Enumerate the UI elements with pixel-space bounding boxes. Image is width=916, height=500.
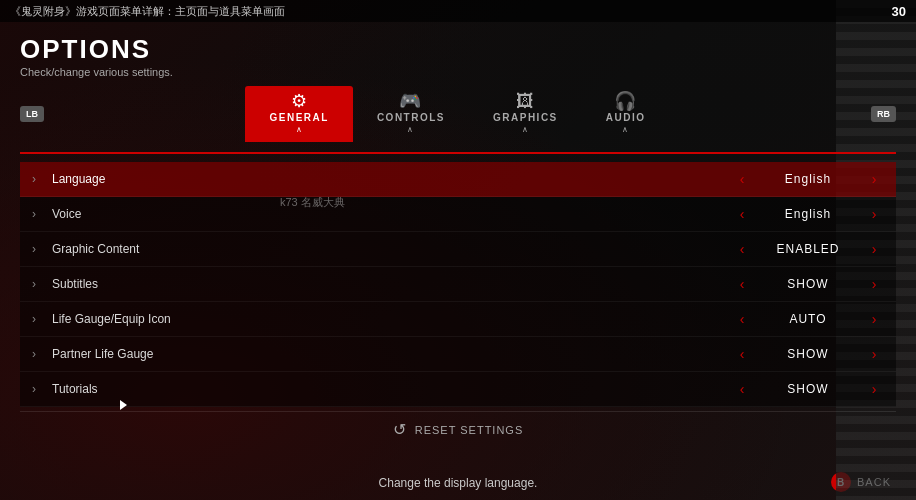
setting-controls-life: ‹ AUTO › xyxy=(732,311,884,327)
tab-divider xyxy=(20,152,896,154)
row-indicator-partner: › xyxy=(32,347,48,361)
frame-badge: 30 xyxy=(892,4,906,19)
setting-value-graphic: ENABLED xyxy=(768,242,848,256)
tab-graphics-label: GRAPHICS xyxy=(493,112,558,123)
rb-button[interactable]: RB xyxy=(871,106,896,122)
audio-icon: 🎧 xyxy=(614,92,637,110)
chevron-right-graphic[interactable]: › xyxy=(864,241,884,257)
setting-row-life-gauge[interactable]: › Life Gauge/Equip Icon ‹ AUTO › xyxy=(20,302,896,337)
tab-controls[interactable]: 🎮 CONTROLS ∧ xyxy=(353,86,469,142)
tab-graphics[interactable]: 🖼 GRAPHICS ∧ xyxy=(469,86,582,142)
header: OPTIONS Check/change various settings. xyxy=(20,34,896,78)
bottom-bar: Change the display language. xyxy=(0,476,916,490)
setting-row-tutorials[interactable]: › Tutorials ‹ SHOW › xyxy=(20,372,896,407)
tab-audio-caret: ∧ xyxy=(622,125,629,134)
page-title: OPTIONS xyxy=(20,34,896,65)
setting-value-tutorials: SHOW xyxy=(768,382,848,396)
chevron-right-tutorials[interactable]: › xyxy=(864,381,884,397)
tab-general-caret: ∧ xyxy=(296,125,303,134)
chevron-right-language[interactable]: › xyxy=(864,171,884,187)
setting-controls-language: ‹ English › xyxy=(732,171,884,187)
setting-name-language: Language xyxy=(48,172,732,186)
chevron-right-voice[interactable]: › xyxy=(864,206,884,222)
page-subtitle: Check/change various settings. xyxy=(20,66,896,78)
chevron-right-subtitles[interactable]: › xyxy=(864,276,884,292)
tab-general[interactable]: ⚙ GENERAL ∧ xyxy=(245,86,352,142)
chevron-right-partner[interactable]: › xyxy=(864,346,884,362)
row-indicator-graphic: › xyxy=(32,242,48,256)
chevron-left-language[interactable]: ‹ xyxy=(732,171,752,187)
row-indicator-language: › xyxy=(32,172,48,186)
setting-value-voice: English xyxy=(768,207,848,221)
lb-button[interactable]: LB xyxy=(20,106,44,122)
row-indicator-subtitles: › xyxy=(32,277,48,291)
row-indicator-voice: › xyxy=(32,207,48,221)
chevron-left-partner[interactable]: ‹ xyxy=(732,346,752,362)
tab-controls-label: CONTROLS xyxy=(377,112,445,123)
main-container: OPTIONS Check/change various settings. L… xyxy=(0,22,916,500)
tab-audio[interactable]: 🎧 AUDIO ∧ xyxy=(582,86,670,142)
row-indicator-life: › xyxy=(32,312,48,326)
general-icon: ⚙ xyxy=(291,92,308,110)
chevron-left-voice[interactable]: ‹ xyxy=(732,206,752,222)
chevron-right-life[interactable]: › xyxy=(864,311,884,327)
setting-controls-tutorials: ‹ SHOW › xyxy=(732,381,884,397)
chevron-left-graphic[interactable]: ‹ xyxy=(732,241,752,257)
tabs: ⚙ GENERAL ∧ 🎮 CONTROLS ∧ 🖼 GRAPHICS ∧ 🎧 … xyxy=(44,86,871,142)
setting-name-subtitles: Subtitles xyxy=(48,277,732,291)
setting-row-language[interactable]: › Language ‹ English › xyxy=(20,162,896,197)
tab-graphics-caret: ∧ xyxy=(522,125,529,134)
row-indicator-tutorials: › xyxy=(32,382,48,396)
setting-name-partner: Partner Life Gauge xyxy=(48,347,732,361)
setting-value-life: AUTO xyxy=(768,312,848,326)
setting-controls-subtitles: ‹ SHOW › xyxy=(732,276,884,292)
setting-row-subtitles[interactable]: › Subtitles ‹ SHOW › xyxy=(20,267,896,302)
graphics-icon: 🖼 xyxy=(516,92,535,110)
reset-icon: ↺ xyxy=(393,420,407,439)
chevron-left-tutorials[interactable]: ‹ xyxy=(732,381,752,397)
chevron-left-life[interactable]: ‹ xyxy=(732,311,752,327)
setting-row-voice[interactable]: › Voice ‹ English › xyxy=(20,197,896,232)
top-banner: 《鬼灵附身》游戏页面菜单详解：主页面与道具菜单画面 30 xyxy=(0,0,916,22)
tab-general-label: GENERAL xyxy=(269,112,328,123)
bottom-hint: Change the display language. xyxy=(379,476,538,490)
setting-controls-voice: ‹ English › xyxy=(732,206,884,222)
setting-row-graphic-content[interactable]: › Graphic Content ‹ ENABLED › xyxy=(20,232,896,267)
setting-value-language: English xyxy=(768,172,848,186)
setting-name-life: Life Gauge/Equip Icon xyxy=(48,312,732,326)
tabs-container: LB ⚙ GENERAL ∧ 🎮 CONTROLS ∧ 🖼 GRAPHICS ∧… xyxy=(20,86,896,142)
banner-text: 《鬼灵附身》游戏页面菜单详解：主页面与道具菜单画面 xyxy=(10,4,892,19)
setting-row-partner-life[interactable]: › Partner Life Gauge ‹ SHOW › xyxy=(20,337,896,372)
reset-settings-button[interactable]: ↺ RESET SETTINGS xyxy=(20,411,896,447)
setting-name-tutorials: Tutorials xyxy=(48,382,732,396)
controls-icon: 🎮 xyxy=(399,92,422,110)
settings-list: › Language ‹ English › › Voice ‹ English… xyxy=(20,162,896,407)
setting-controls-graphic: ‹ ENABLED › xyxy=(732,241,884,257)
tab-audio-label: AUDIO xyxy=(606,112,646,123)
setting-value-subtitles: SHOW xyxy=(768,277,848,291)
setting-name-voice: Voice xyxy=(48,207,732,221)
chevron-left-subtitles[interactable]: ‹ xyxy=(732,276,752,292)
setting-controls-partner: ‹ SHOW › xyxy=(732,346,884,362)
setting-name-graphic: Graphic Content xyxy=(48,242,732,256)
reset-label: RESET SETTINGS xyxy=(415,424,524,436)
setting-value-partner: SHOW xyxy=(768,347,848,361)
tab-controls-caret: ∧ xyxy=(407,125,414,134)
